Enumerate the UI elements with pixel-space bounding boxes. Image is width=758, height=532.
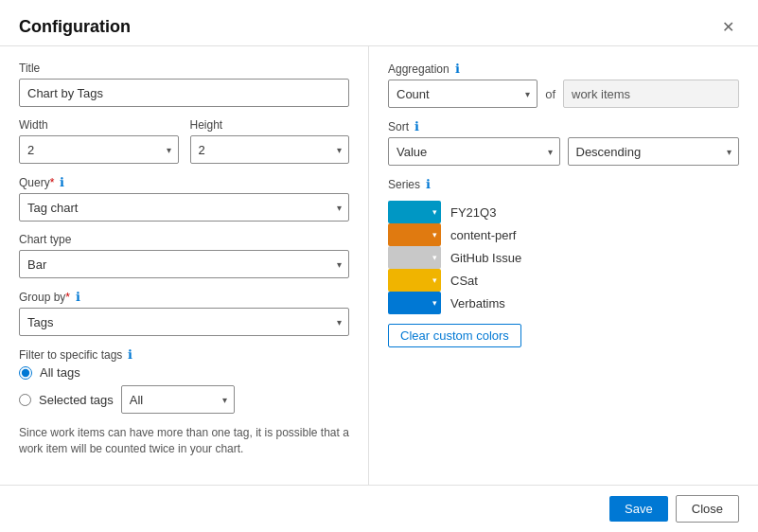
aggregation-row: Count Sum Average ▾ of [388,80,739,108]
sort-value-select-wrapper: Value Label ▾ [388,137,560,166]
configuration-dialog: Configuration ✕ Title Width [0,0,758,532]
chart-type-select[interactable]: Bar Pie Column Stacked Bar Stacked Colum… [19,250,349,278]
sort-dir-select-wrapper: Descending Ascending ▾ [568,137,740,166]
close-button[interactable]: Close [676,495,739,523]
sort-label: Sort ℹ [388,119,739,133]
color-swatch [388,269,441,292]
all-tags-label: All tags [40,365,80,380]
title-field-group: Title [19,62,349,107]
of-label: of [545,87,555,101]
group-by-label: Group by* ℹ [19,290,349,304]
series-item: ▾FY21Q3 [388,201,739,223]
aggregation-info-icon: ℹ [455,62,460,76]
color-swatch-wrapper[interactable]: ▾ [388,246,441,269]
series-item-name: CSat [450,274,478,288]
selected-tags-label: Selected tags [39,393,114,407]
height-label: Height [190,118,350,132]
info-note: Since work items can have more than one … [19,425,349,457]
aggregation-field-group: Aggregation ℹ Count Sum Average ▾ of [388,62,739,108]
right-panel: Aggregation ℹ Count Sum Average ▾ of [369,46,758,485]
sort-field-group: Sort ℹ Value Label ▾ Descending [388,119,739,166]
query-label: Query* ℹ [19,175,349,189]
series-item: ▾CSat [388,269,739,292]
query-info-icon: ℹ [60,175,64,189]
selected-tags-radio[interactable] [19,394,31,406]
sort-row: Value Label ▾ Descending Ascending ▾ [388,137,739,166]
color-swatch-wrapper[interactable]: ▾ [388,269,441,292]
width-label: Width [19,118,179,132]
chart-type-select-wrapper: Bar Pie Column Stacked Bar Stacked Colum… [19,250,349,278]
filter-radio-group: All tags Selected tags All ▾ [19,365,349,414]
series-item-name: content-perf [450,228,516,242]
series-info-icon: ℹ [426,177,431,191]
group-by-field-group: Group by* ℹ Tags Assigned To State Area … [19,290,349,336]
color-swatch-wrapper[interactable]: ▾ [388,292,441,314]
title-input[interactable] [19,79,349,107]
aggregation-select[interactable]: Count Sum Average [388,80,538,108]
query-required-star: * [50,176,55,189]
query-select-wrapper: Tag chart ▾ [19,193,349,222]
series-list: ▾FY21Q3▾content-perf▾GitHub Issue▾CSat▾V… [388,201,739,314]
series-item: ▾Verbatims [388,292,739,314]
color-swatch [388,201,441,223]
selected-tags-select-wrapper: All ▾ [121,385,235,414]
group-by-select[interactable]: Tags Assigned To State Area Path [19,308,349,336]
sort-info-icon: ℹ [414,119,419,133]
title-label: Title [19,62,349,75]
series-item-name: FY21Q3 [450,205,496,220]
height-select[interactable]: 2 1 3 4 [190,135,350,164]
all-tags-radio-row: All tags [19,365,349,380]
chart-type-field-group: Chart type Bar Pie Column Stacked Bar St… [19,233,349,278]
filter-tags-label: Filter to specific tags ℹ [19,347,349,362]
color-swatch [388,292,441,314]
color-swatch-wrapper[interactable]: ▾ [388,223,441,246]
query-field-group: Query* ℹ Tag chart ▾ [19,175,349,222]
save-button[interactable]: Save [609,496,668,522]
width-height-row: Width 2 1 3 4 ▾ Height [19,118,349,164]
height-field-group: Height 2 1 3 4 ▾ [190,118,350,164]
dialog-body: Title Width 2 1 3 4 [0,46,758,485]
all-tags-radio[interactable] [19,366,32,380]
selected-tags-row: Selected tags All ▾ [19,385,349,414]
dialog-header: Configuration ✕ [0,0,758,46]
group-by-select-wrapper: Tags Assigned To State Area Path ▾ [19,308,349,336]
group-by-info-icon: ℹ [76,290,80,304]
clear-custom-colors-button[interactable]: Clear custom colors [388,324,521,347]
selected-tags-select[interactable]: All [121,385,235,414]
filter-tags-info-icon: ℹ [128,347,132,362]
series-item-name: Verbatims [450,296,505,310]
query-select[interactable]: Tag chart [19,193,349,222]
series-item: ▾content-perf [388,223,739,246]
width-field-group: Width 2 1 3 4 ▾ [19,118,179,164]
color-swatch-wrapper[interactable]: ▾ [388,201,441,223]
series-section: Series ℹ ▾FY21Q3▾content-perf▾GitHub Iss… [388,177,739,347]
series-item: ▾GitHub Issue [388,246,739,269]
sort-dir-select[interactable]: Descending Ascending [568,137,740,166]
width-select-wrapper: 2 1 3 4 ▾ [19,135,179,164]
of-value-input [563,80,739,108]
dialog-title: Configuration [19,17,131,37]
group-by-required-star: * [65,291,70,304]
sort-value-select[interactable]: Value Label [388,137,560,166]
aggregation-label: Aggregation ℹ [388,62,739,76]
series-item-name: GitHub Issue [450,251,521,265]
height-select-wrapper: 2 1 3 4 ▾ [190,135,350,164]
chart-type-label: Chart type [19,233,349,246]
dialog-footer: Save Close [0,485,758,532]
aggregation-select-wrapper: Count Sum Average ▾ [388,80,538,108]
left-panel: Title Width 2 1 3 4 [0,46,369,485]
width-select[interactable]: 2 1 3 4 [19,135,179,164]
filter-tags-field-group: Filter to specific tags ℹ All tags Selec… [19,347,349,414]
dialog-close-button[interactable]: ✕ [716,15,739,38]
series-label: Series ℹ [388,177,739,191]
color-swatch [388,223,441,246]
color-swatch [388,246,441,269]
